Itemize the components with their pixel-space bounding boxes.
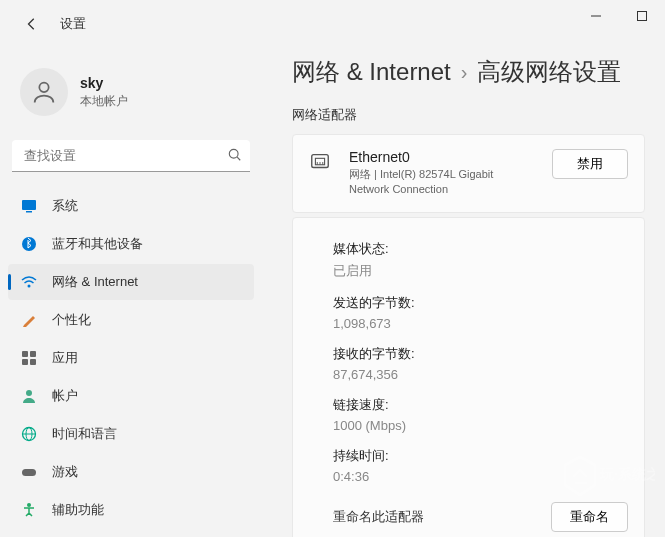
nav: 系统 蓝牙和其他设备 网络 & Internet 个性化 应用 帐户 [8,188,254,537]
back-button[interactable] [16,8,48,40]
profile-subtitle: 本地帐户 [80,93,128,110]
sidebar-item-system[interactable]: 系统 [8,188,254,224]
bytes-sent-value: 1,098,673 [333,316,628,331]
svg-point-18 [27,503,31,507]
sidebar-item-label: 应用 [52,349,78,367]
sidebar-item-label: 时间和语言 [52,425,117,443]
rename-button[interactable]: 重命名 [551,502,628,532]
chevron-right-icon: › [461,61,468,84]
accessibility-icon [20,501,38,519]
svg-rect-17 [22,469,36,476]
bluetooth-icon [20,235,38,253]
globe-icon [20,425,38,443]
svg-point-13 [26,390,32,396]
page-title: 高级网络设置 [477,56,621,88]
adapter-card[interactable]: Ethernet0 网络 | Intel(R) 82574L Gigabit N… [292,134,645,213]
duration-value: 0:4:36 [333,469,628,484]
svg-rect-12 [30,359,36,365]
link-speed-value: 1000 (Mbps) [333,418,628,433]
maximize-button[interactable] [619,0,665,32]
adapter-name: Ethernet0 [349,149,552,165]
sidebar-item-label: 帐户 [52,387,78,405]
sidebar-item-apps[interactable]: 应用 [8,340,254,376]
minimize-button[interactable] [573,0,619,32]
svg-rect-6 [26,211,32,213]
sidebar-item-label: 系统 [52,197,78,215]
app-title: 设置 [60,15,86,33]
svg-rect-5 [22,200,36,210]
sidebar-item-label: 网络 & Internet [52,273,138,291]
brush-icon [20,311,38,329]
main-content: 网络 & Internet › 高级网络设置 网络适配器 Ethernet0 网… [262,48,665,537]
profile[interactable]: sky 本地帐户 [8,56,254,136]
bytes-received-value: 87,674,356 [333,367,628,382]
media-status-value: 已启用 [333,262,628,280]
person-icon [20,387,38,405]
disable-button[interactable]: 禁用 [552,149,628,179]
ethernet-icon [309,151,337,177]
svg-rect-19 [312,155,329,168]
search-input[interactable] [12,140,250,172]
sidebar-item-privacy[interactable]: 隐私和安全性 [8,530,254,537]
adapter-details: 媒体状态: 已启用 发送的字节数: 1,098,673 接收的字节数: 87,6… [292,217,645,537]
rename-label: 重命名此适配器 [333,508,551,526]
gamepad-icon [20,463,38,481]
svg-point-8 [28,285,31,288]
duration-label: 持续时间: [333,447,628,465]
display-icon [20,197,38,215]
svg-line-4 [237,157,240,160]
bytes-received-label: 接收的字节数: [333,345,628,363]
sidebar-item-gaming[interactable]: 游戏 [8,454,254,490]
wifi-icon [20,273,38,291]
link-speed-label: 链接速度: [333,396,628,414]
svg-rect-10 [30,351,36,357]
sidebar-item-label: 蓝牙和其他设备 [52,235,143,253]
section-title: 网络适配器 [292,106,645,124]
bytes-sent-label: 发送的字节数: [333,294,628,312]
sidebar-item-network[interactable]: 网络 & Internet [8,264,254,300]
sidebar-item-label: 游戏 [52,463,78,481]
avatar [20,68,68,116]
sidebar-item-label: 辅助功能 [52,501,104,519]
sidebar: sky 本地帐户 系统 蓝牙和其他设备 网络 & Internet [0,48,262,537]
search-icon [228,148,242,166]
search-box [12,140,250,172]
sidebar-item-accessibility[interactable]: 辅助功能 [8,492,254,528]
apps-icon [20,349,38,367]
breadcrumb-parent[interactable]: 网络 & Internet [292,56,451,88]
media-status-label: 媒体状态: [333,240,628,258]
adapter-description: 网络 | Intel(R) 82574L Gigabit Network Con… [349,167,509,198]
profile-name: sky [80,75,128,91]
svg-rect-9 [22,351,28,357]
sidebar-item-personalization[interactable]: 个性化 [8,302,254,338]
sidebar-item-accounts[interactable]: 帐户 [8,378,254,414]
svg-rect-11 [22,359,28,365]
svg-point-3 [229,149,238,158]
sidebar-item-bluetooth[interactable]: 蓝牙和其他设备 [8,226,254,262]
svg-point-2 [39,83,48,92]
breadcrumb: 网络 & Internet › 高级网络设置 [292,56,645,88]
sidebar-item-label: 个性化 [52,311,91,329]
svg-rect-1 [638,12,647,21]
sidebar-item-time[interactable]: 时间和语言 [8,416,254,452]
